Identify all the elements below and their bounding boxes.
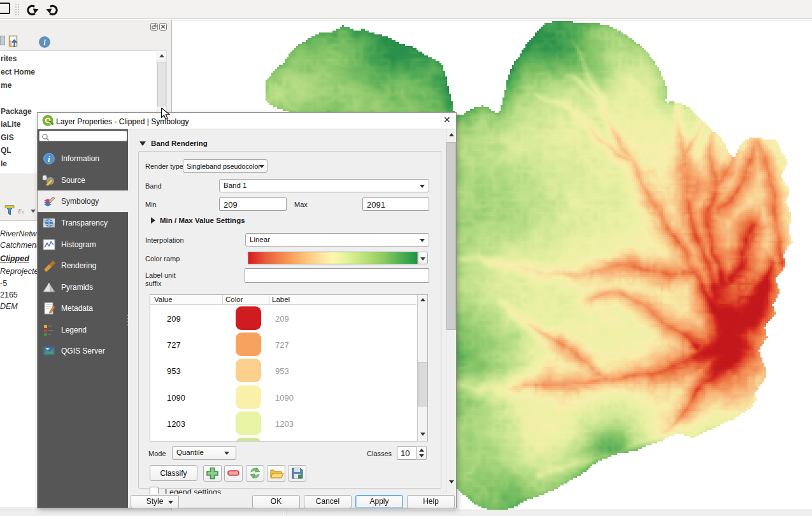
svg-text:i: i [48, 154, 50, 164]
svg-text:i: i [43, 38, 46, 47]
